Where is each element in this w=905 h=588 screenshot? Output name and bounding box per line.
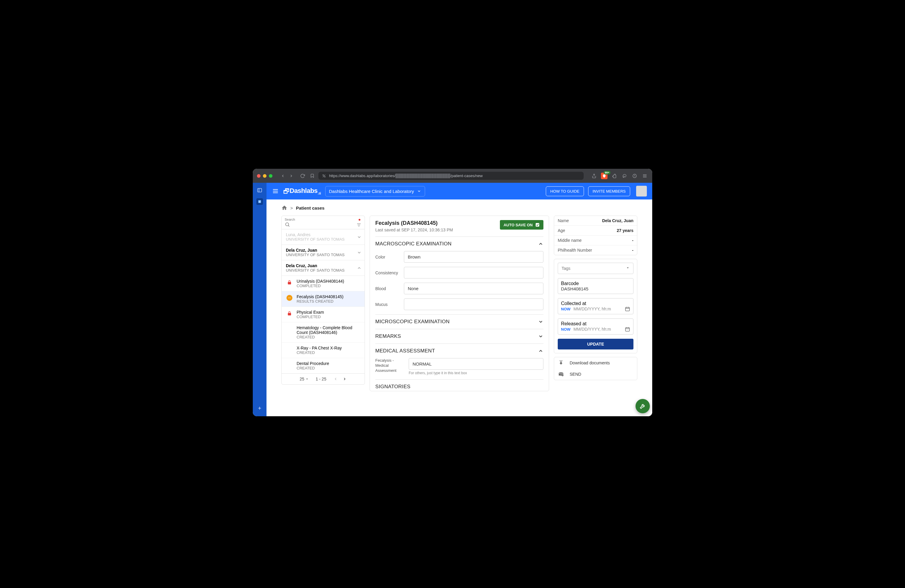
breadcrumb: > Patient cases [281,205,637,211]
calendar-icon[interactable] [625,306,630,311]
info-key: Name [558,218,569,223]
panel-toggle-icon[interactable] [256,187,263,194]
svg-rect-28 [626,307,630,311]
color-input[interactable] [404,251,543,263]
invite-members-button[interactable]: INVITE MEMBERS [588,186,630,196]
test-item[interactable]: Hematology - Complete Blood Count (DASH4… [282,322,365,343]
calendar-icon[interactable] [625,326,630,332]
tags-dropdown[interactable]: Tags [558,263,634,274]
how-to-guide-button[interactable]: HOW TO GUIDE [546,186,584,196]
menu-icon[interactable] [641,173,648,179]
section-header[interactable]: MICROSCOPIC EXAMINATION [375,319,543,325]
details-panel: NameDela Cruz, Juan Age27 years Middle n… [554,216,637,380]
maximize-window[interactable] [269,174,273,178]
traffic-lights[interactable] [257,174,273,178]
section-header[interactable]: REMARKS [375,333,543,339]
home-icon[interactable] [281,205,287,211]
svg-text:D: D [259,201,260,203]
released-at-field: Released at NOW MM/DD/YYYY, hh:m [558,318,634,335]
breadcrumb-current: Patient cases [296,205,325,210]
add-tab-icon[interactable] [256,405,263,412]
test-title: Dental Procedure [297,361,362,366]
now-button[interactable]: NOW [561,307,570,311]
download-documents-action[interactable]: Download documents [554,357,637,369]
action-label: SEND [570,372,581,377]
datetime-input[interactable]: MM/DD/YYYY, hh:m [573,327,622,332]
svg-rect-26 [536,223,539,227]
logo[interactable]: 🗗Dashlabs.ai [283,187,321,195]
filter-icon[interactable] [356,222,362,228]
search-input[interactable] [285,222,362,227]
page-range: 1 - 25 [316,377,326,381]
consistency-input[interactable] [404,267,543,278]
extensions-icon[interactable] [611,173,618,179]
back-button[interactable] [279,173,286,179]
now-button[interactable]: NOW [561,327,570,332]
test-item[interactable]: Dental Procedure CREATED [282,358,365,373]
svg-marker-25 [306,379,308,380]
org-name: Dashlabs Healthcare Clinic and Laborator… [329,189,414,194]
test-title: Hematology - Complete Blood Count (DASH4… [297,325,362,335]
patient-info: NameDela Cruz, Juan Age27 years Middle n… [554,216,637,255]
page-prev-button[interactable] [333,377,338,381]
chevron-up-icon [357,266,362,270]
test-item-active[interactable]: Fecalysis (DASH408145) RESULTS CREATED [282,291,365,307]
test-title: X-Ray - PA Chest X-Ray [297,346,362,350]
section-header[interactable]: MACROSCOPIC EXAMINATION [375,241,543,247]
case-org: UNIVERSITY OF SANTO TOMAS [286,268,360,273]
lock-icon [286,280,292,285]
address-bar[interactable]: https://www.dashlabs.app/laboratories/██… [318,172,584,180]
clock-icon[interactable] [631,173,638,179]
barcode-field[interactable]: Barcode DASH408145 [558,278,634,294]
case-item-expanded[interactable]: Dela Cruz, Juan UNIVERSITY OF SANTO TOMA… [282,260,365,276]
svg-point-0 [323,175,324,175]
info-value: - [632,248,634,253]
test-status: RESULTS CREATED [297,299,362,304]
mucus-input[interactable] [404,299,543,310]
site-settings-icon[interactable] [322,174,326,178]
case-item[interactable]: Dela Cruz, Juan UNIVERSITY OF SANTO TOMA… [282,245,365,260]
collected-at-field: Collected at NOW MM/DD/YYYY, hh:m [558,298,634,314]
notification-dot [359,219,360,221]
pagination: 25 1 - 25 [282,373,365,385]
section-header[interactable]: SIGNATORIES [375,384,543,390]
bookmark-button[interactable] [309,173,315,179]
hamburger-menu-icon[interactable] [272,188,279,195]
datetime-input[interactable]: MM/DD/YYYY, hh:m [573,307,622,311]
share-icon[interactable] [591,173,597,179]
minimize-window[interactable] [263,174,267,178]
app-left-rail: D [253,183,267,416]
test-item[interactable]: Physical Exam COMPLETED [282,307,365,322]
assessment-input[interactable] [409,358,543,370]
help-fab[interactable] [635,399,650,413]
test-item[interactable]: X-Ray - PA Chest X-Ray CREATED [282,343,365,358]
section-medical-assessment: MEDICAL ASSESSMENT Fecalysis - Medical A… [375,343,543,379]
reload-button[interactable] [299,173,306,179]
avatar[interactable] [636,186,647,197]
close-window[interactable] [257,174,260,178]
app-tab-icon[interactable]: D [256,198,263,205]
chevron-up-icon [538,241,543,246]
org-selector[interactable]: Dashlabs Healthcare Clinic and Laborator… [325,186,425,197]
field-legend: Collected at [561,301,586,306]
chevron-down-icon [357,235,362,240]
blood-input[interactable] [404,283,543,294]
autosave-toggle[interactable]: AUTO SAVE ON [500,220,543,230]
svg-point-22 [288,297,289,298]
test-item[interactable]: Urinalysis (DASH408144) COMPLETED [282,276,365,291]
barcode-value: DASH408145 [561,286,630,291]
last-saved-text: Last saved at SEP 17, 2024, 10:36:13 PM [375,227,453,232]
leaf-icon[interactable] [621,173,628,179]
send-action[interactable]: SEND [554,369,637,380]
forward-button[interactable] [288,173,295,179]
section-header[interactable]: MEDICAL ASSESSMENT [375,348,543,354]
chevron-down-icon [357,250,362,255]
page-size-selector[interactable]: 25 [300,377,308,381]
update-button[interactable]: UPDATE [558,339,634,350]
test-status: CREATED [297,366,362,370]
form-title: Fecalysis (DASH408145) [375,220,453,226]
brave-shields-badge[interactable]: 99+ [601,173,608,179]
action-label: Download documents [570,361,610,365]
case-item[interactable]: Luna, Andres UNIVERSITY OF SANTO TOMAS [282,229,365,245]
page-next-button[interactable] [343,377,347,381]
